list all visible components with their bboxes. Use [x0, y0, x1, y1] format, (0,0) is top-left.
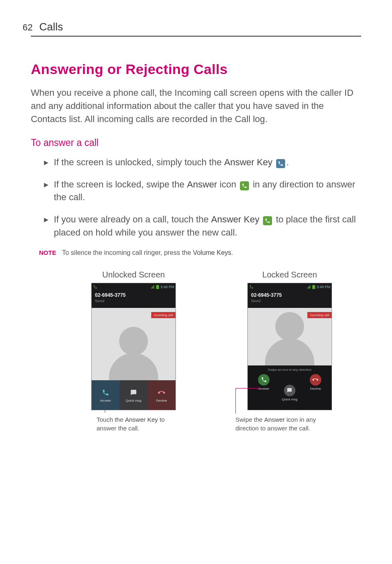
call-button-row: Answer Quick msg Decline: [92, 380, 175, 410]
phone-status-icon: [249, 284, 254, 289]
caller-location: Seoul: [251, 299, 328, 303]
note-row: NOTE To silence the incoming call ringer…: [39, 248, 361, 257]
phone-answer-icon: [276, 159, 285, 168]
bullet-arrow-icon: ▶: [44, 180, 51, 204]
incoming-call-badge: Incoming call: [151, 312, 175, 318]
caller-avatar: [92, 308, 175, 380]
locked-callout: Swipe the Answer icon in any direction t…: [236, 415, 343, 432]
status-time: 3:48 PM: [160, 285, 174, 289]
bullet-item: ▶ If you were already on a call, touch t…: [44, 213, 361, 239]
phone-decline-icon: [157, 388, 166, 397]
screenshots-row: Unlocked Screen 3:48 PM 02-6945-3775 Seo…: [80, 270, 361, 432]
bullet-list: ▶ If the screen is unlocked, simply touc…: [31, 156, 361, 239]
svg-rect-3: [313, 285, 314, 285]
quick-msg-swipe-icon[interactable]: Quick msg: [282, 385, 297, 401]
unlocked-phone-mock: 3:48 PM 02-6945-3775 Seoul Incoming call…: [91, 283, 176, 410]
phone-answer-icon: [258, 374, 270, 386]
bullet-arrow-icon: ▶: [44, 158, 51, 169]
phone-status-icon: [93, 284, 98, 289]
page-root: 62 Calls Answering or Rejecting Calls Wh…: [0, 0, 392, 432]
status-time: 3:48 PM: [316, 285, 330, 289]
bullet-item: ▶ If the screen is locked, swipe the Ans…: [44, 178, 361, 204]
unlocked-callout: Touch the Answer Key to answer the call.: [80, 415, 187, 432]
bullet-item: ▶ If the screen is unlocked, simply touc…: [44, 156, 361, 169]
subheading: To answer a call: [31, 137, 361, 148]
locked-screen-title: Locked Screen: [236, 270, 343, 280]
locked-screen-column: Locked Screen 3:48 PM 02-6945-3775 Seoul: [236, 270, 343, 432]
signal-icon: [307, 285, 311, 289]
answer-button[interactable]: Answer: [92, 380, 120, 410]
status-bar: 3:48 PM: [92, 283, 175, 291]
unlocked-screen-column: Unlocked Screen 3:48 PM 02-6945-3775 Seo…: [80, 270, 187, 432]
caller-info-bar: 02-6945-3775 Seoul: [248, 291, 332, 308]
note-label: NOTE: [39, 248, 62, 257]
swipe-hint: Swipe an icon in any direction: [248, 365, 332, 372]
svg-rect-1: [157, 285, 158, 285]
page-header: 62 Calls: [31, 21, 361, 37]
svg-rect-0: [156, 285, 159, 289]
phone-answer-swipe-icon: [240, 181, 249, 190]
svg-rect-2: [312, 285, 315, 289]
battery-icon: [156, 285, 159, 289]
intro-paragraph: When you receive a phone call, the Incom…: [31, 86, 361, 126]
decline-button[interactable]: Decline: [148, 380, 175, 410]
quick-msg-button[interactable]: Quick msg: [120, 380, 148, 410]
section-title: Calls: [39, 21, 63, 33]
caller-location: Seoul: [95, 299, 172, 303]
bullet-arrow-icon: ▶: [44, 215, 51, 239]
message-icon: [284, 385, 295, 396]
status-bar: 3:48 PM: [248, 283, 332, 291]
locked-swipe-area: Swipe an icon in any direction Answer: [248, 365, 332, 410]
caller-number: 02-6945-3775: [95, 292, 172, 298]
bullet-text: If you were already on a call, touch the…: [54, 213, 361, 239]
locked-phone-mock: 3:48 PM 02-6945-3775 Seoul Incoming call…: [247, 283, 332, 410]
page-number: 62: [23, 22, 32, 33]
bullet-text: If the screen is unlocked, simply touch …: [54, 156, 361, 169]
bullet-text: If the screen is locked, swipe the Answe…: [54, 178, 361, 204]
decline-swipe-icon[interactable]: Decline: [310, 374, 321, 391]
phone-decline-icon: [310, 374, 321, 386]
message-icon: [129, 388, 138, 397]
phone-answer-icon: [101, 388, 110, 397]
battery-icon: [312, 285, 315, 289]
phone-answer-icon: [263, 216, 272, 225]
unlocked-screen-title: Unlocked Screen: [80, 270, 187, 280]
signal-icon: [151, 285, 155, 289]
caller-info-bar: 02-6945-3775 Seoul: [92, 291, 175, 308]
note-text: To silence the incoming call ringer, pre…: [62, 248, 233, 257]
caller-number: 02-6945-3775: [251, 292, 328, 298]
page-heading: Answering or Rejecting Calls: [31, 61, 361, 77]
